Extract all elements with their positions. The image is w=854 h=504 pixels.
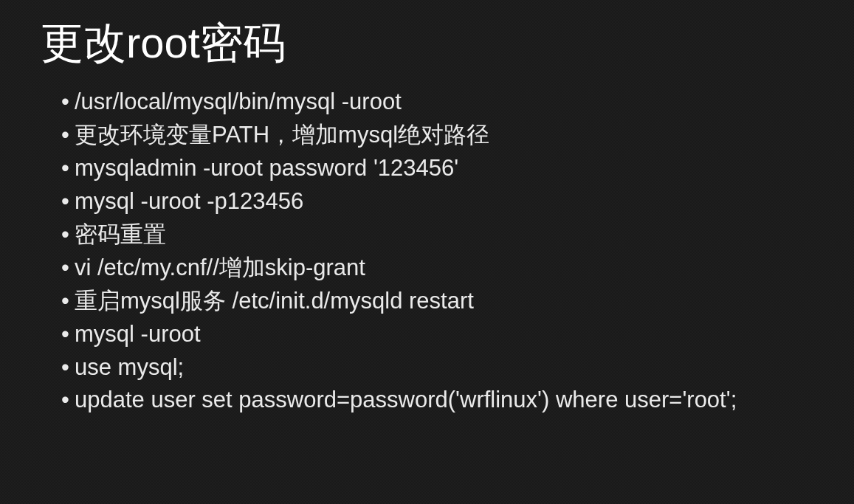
list-item: mysqladmin -uroot password '123456' bbox=[54, 152, 813, 185]
list-item: 密码重置 bbox=[54, 218, 813, 252]
list-item: 更改环境变量PATH，增加mysql绝对路径 bbox=[54, 119, 813, 152]
list-item: /usr/local/mysql/bin/mysql -uroot bbox=[54, 86, 813, 119]
list-item: 重启mysql服务 /etc/init.d/mysqld restart bbox=[54, 285, 813, 318]
slide-title: 更改root密码 bbox=[41, 15, 813, 72]
bullet-list: /usr/local/mysql/bin/mysql -uroot 更改环境变量… bbox=[41, 86, 813, 417]
list-item: mysql -uroot -p123456 bbox=[54, 185, 813, 218]
list-item: use mysql; bbox=[54, 351, 813, 384]
list-item: update user set password=password('wrfli… bbox=[54, 384, 813, 417]
list-item: vi /etc/my.cnf//增加skip-grant bbox=[54, 252, 813, 285]
list-item: mysql -uroot bbox=[54, 318, 813, 351]
